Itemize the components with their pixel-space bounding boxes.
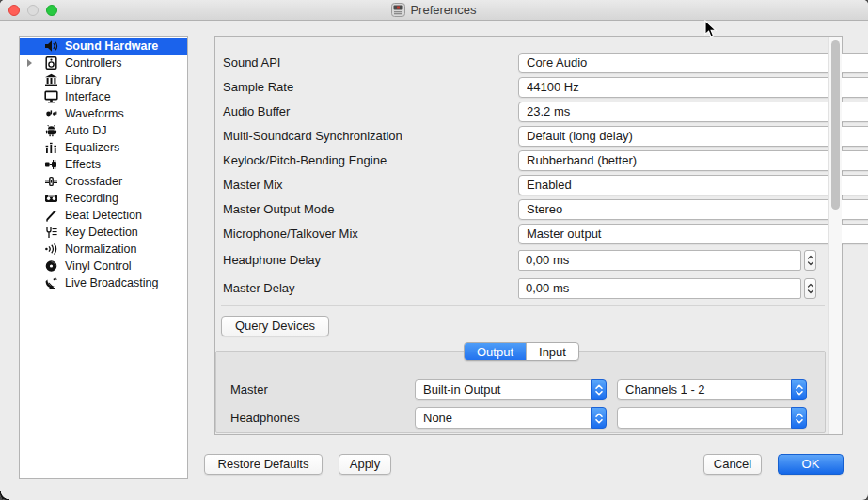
microphone-talkover-select[interactable]: Master output	[518, 224, 868, 244]
cancel-button[interactable]: Cancel	[703, 454, 762, 475]
device-row-master: Master Built-in Output Channels 1 - 2	[216, 379, 825, 400]
window-title: Preferences	[410, 3, 476, 17]
keylock-engine-select[interactable]: Rubberband (better)	[518, 150, 868, 171]
sidebar-item-effects[interactable]: Effects	[20, 156, 187, 173]
sidebar-item-crossfader[interactable]: Crossfader	[20, 173, 187, 190]
form-row-master-output-mode: Master Output Mode Stereo	[215, 199, 827, 220]
field-label: Sound API	[223, 53, 280, 73]
master-mix-select[interactable]: Enabled	[518, 175, 868, 195]
audio-buffer-select[interactable]: 23.2 ms	[518, 102, 868, 122]
sample-rate-select[interactable]: 44100 Hz	[518, 77, 868, 98]
preferences-window: Preferences Sound Hardware Con	[0, 0, 868, 500]
sidebar-item-recording[interactable]: Recording	[20, 190, 187, 207]
sidebar-item-beat-detection[interactable]: Beat Detection	[20, 207, 187, 224]
traffic-lights	[8, 5, 57, 16]
selected-value: Core Audio	[527, 54, 868, 72]
master-delay-stepper[interactable]	[804, 278, 816, 299]
mouse-cursor	[704, 20, 718, 41]
library-icon	[44, 73, 58, 86]
field-label: Master Output Mode	[223, 199, 335, 220]
app-icon	[391, 3, 405, 17]
sidebar-item-label: Crossfader	[65, 173, 122, 190]
sidebar-item-normalization[interactable]: Normalization	[20, 241, 187, 258]
headphone-delay-stepper[interactable]	[804, 250, 816, 271]
speaker-icon	[44, 39, 58, 53]
cassette-icon	[44, 192, 58, 205]
master-delay-input[interactable]: 0,00 ms	[518, 278, 801, 299]
close-window-button[interactable]	[8, 5, 20, 16]
query-devices-button[interactable]: Query Devices	[221, 316, 329, 336]
minimize-window-button[interactable]	[27, 5, 39, 16]
selected-value: Built-in Output	[423, 380, 585, 399]
sidebar-item-equalizers[interactable]: Equalizers	[20, 139, 187, 156]
sidebar-item-label: Live Broadcasting	[65, 274, 158, 291]
sidebar-item-label: Effects	[65, 156, 101, 173]
master-output-mode-select[interactable]: Stereo	[518, 199, 868, 220]
restore-defaults-button[interactable]: Restore Defaults	[204, 454, 323, 475]
tab-output[interactable]: Output	[465, 343, 526, 360]
sound-api-select[interactable]: Core Audio	[518, 53, 868, 73]
form-row-headphone-delay: Headphone Delay 0,00 ms	[215, 250, 827, 271]
ok-button[interactable]: OK	[778, 454, 844, 475]
headphones-device-select[interactable]: None	[415, 407, 607, 429]
headphones-channels-select[interactable]	[617, 407, 807, 429]
sidebar-item-label: Normalization	[65, 241, 136, 258]
field-label: Master Mix	[223, 175, 283, 195]
master-device-select[interactable]: Built-in Output	[415, 379, 607, 400]
robot-icon	[44, 124, 58, 137]
sidebar-item-sound-hardware[interactable]: Sound Hardware	[20, 38, 187, 55]
sidebar-item-label: Waveforms	[65, 105, 124, 122]
sidebar-item-auto-dj[interactable]: Auto DJ	[20, 122, 187, 139]
popup-arrows-icon	[791, 379, 807, 400]
sidebar-item-label: Key Detection	[65, 224, 138, 241]
sidebar-item-label: Recording	[65, 190, 118, 207]
device-panel: Master Built-in Output Channels 1 - 2 He…	[215, 351, 826, 433]
form-row-multi-soundcard-sync: Multi-Soundcard Synchronization Default …	[215, 126, 827, 147]
satellite-icon	[44, 276, 58, 289]
io-tabs: Output Input	[464, 342, 579, 361]
tab-input[interactable]: Input	[526, 343, 578, 360]
sidebar-item-live-broadcasting[interactable]: Live Broadcasting	[20, 274, 187, 291]
selected-value: 23.2 ms	[527, 102, 868, 121]
form-row-master-delay: Master Delay 0,00 ms	[215, 278, 827, 299]
settings-panel: Sound API Core Audio Sample Rate 44100 H…	[214, 36, 843, 435]
scrollbar-thumb[interactable]	[831, 40, 840, 210]
sidebar-item-label: Equalizers	[65, 139, 119, 156]
sidebar-item-label: Controllers	[65, 55, 121, 71]
sidebar-item-key-detection[interactable]: Key Detection	[20, 224, 187, 241]
waveform-icon	[44, 107, 58, 120]
selected-value: Enabled	[527, 176, 868, 195]
sidebar-item-label: Library	[65, 71, 101, 88]
sidebar-item-label: Vinyl Control	[65, 258, 132, 274]
field-label: Headphone Delay	[223, 250, 321, 271]
selected-value: Rubberband (better)	[527, 151, 868, 170]
sidebar-item-vinyl-control[interactable]: Vinyl Control	[20, 258, 187, 274]
selected-value: Channels 1 - 2	[625, 380, 785, 399]
master-channels-select[interactable]: Channels 1 - 2	[617, 379, 807, 400]
sidebar-item-controllers[interactable]: Controllers	[20, 55, 187, 71]
vinyl-icon	[44, 259, 58, 273]
selected-value: None	[423, 408, 585, 428]
multi-soundcard-sync-select[interactable]: Default (long delay)	[518, 126, 868, 147]
device-row-headphones: Headphones None	[216, 407, 825, 429]
equalizer-icon	[44, 141, 58, 154]
field-label: Master Delay	[223, 278, 295, 299]
disclosure-triangle-icon[interactable]	[27, 59, 32, 67]
window-corner	[0, 491, 9, 500]
sidebar-item-interface[interactable]: Interface	[20, 88, 187, 105]
sidebar-item-library[interactable]: Library	[20, 71, 187, 88]
sidebar-item-waveforms[interactable]: Waveforms	[20, 105, 187, 122]
apply-button[interactable]: Apply	[339, 454, 391, 475]
sidebar-item-label: Beat Detection	[65, 207, 142, 224]
popup-arrows-icon	[791, 407, 807, 429]
headphone-delay-input[interactable]: 0,00 ms	[518, 250, 801, 271]
vertical-scrollbar[interactable]	[828, 37, 842, 434]
crossfader-icon	[44, 175, 58, 188]
zoom-window-button[interactable]	[46, 5, 57, 16]
controller-icon	[44, 56, 58, 70]
popup-arrows-icon	[591, 407, 607, 429]
tuning-fork-icon	[44, 226, 58, 239]
sidebar: Sound Hardware Controllers	[19, 36, 188, 479]
popup-arrows-icon	[591, 379, 607, 400]
form-row-keylock-engine: Keylock/Pitch-Bending Engine Rubberband …	[215, 150, 827, 171]
